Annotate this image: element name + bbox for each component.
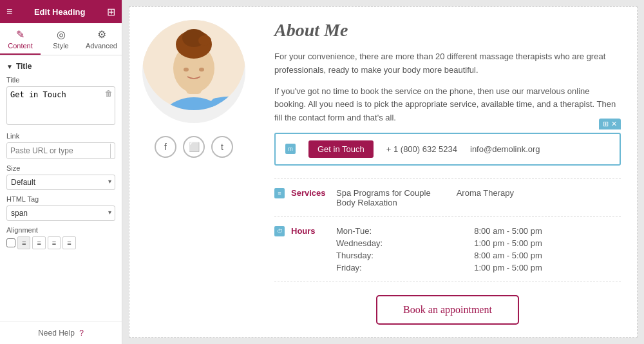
size-select-wrapper: Default Small Medium Large (6, 175, 115, 190)
email-address: info@demolink.org (470, 144, 540, 154)
contact-row: m Get in Touch + 1 (800) 632 5234 info@d… (276, 134, 620, 164)
html-tag-select-wrapper: span h1h2h3 h4h5h6 divp (6, 205, 115, 221)
services-header: ≡ Services Spa Programs for Couple Body … (274, 188, 621, 207)
about-title: About Me (274, 20, 621, 41)
tab-style-label: Style (53, 42, 68, 50)
day-1: Mon-Tue: (336, 226, 461, 236)
tabs-row: ✎ Content ◎ Style ⚙ Advanced (0, 23, 122, 55)
size-select[interactable]: Default Small Medium Large (6, 175, 115, 190)
services-label: Services (291, 188, 330, 198)
title-label: Title (6, 76, 115, 84)
grid-icon[interactable]: ⊞ (107, 6, 115, 18)
alignment-label: Alignment (6, 226, 115, 234)
tab-content-label: Content (8, 42, 33, 50)
services-content: Spa Programs for Couple Body Relaxation … (336, 188, 621, 207)
instagram-icon[interactable]: ⬜ (183, 136, 205, 158)
tab-content[interactable]: ✎ Content (0, 23, 41, 55)
hours-content: Mon-Tue: 8:00 am - 5:00 pm Wednesday: 1:… (336, 226, 621, 272)
service-item-2: Aroma Therapy (457, 188, 514, 198)
contact-box: m Get in Touch + 1 (800) 632 5234 info@d… (274, 133, 621, 166)
time-4: 1:00 pm - 5:00 pm (474, 263, 621, 272)
get-in-touch-btn[interactable]: Get in Touch (308, 140, 374, 158)
panel-title: Edit Heading (34, 7, 85, 17)
services-icon: ≡ (274, 188, 285, 198)
section-title: ▼ Title (6, 62, 115, 71)
need-help-label: Need Help (38, 329, 75, 338)
email-item: info@demolink.org (470, 144, 540, 154)
link-input[interactable] (7, 143, 110, 158)
services-grid: Spa Programs for Couple Body Relaxation … (336, 188, 621, 207)
advanced-tab-icon: ⚙ (97, 28, 106, 41)
title-field-wrapper: Get in Touch 🗑 (6, 86, 115, 127)
preview-outer: f ⬜ t About Me For your convenience, the… (129, 6, 638, 338)
services-section: ≡ Services Spa Programs for Couple Body … (274, 178, 621, 216)
time-2: 1:00 pm - 5:00 pm (474, 238, 621, 248)
tab-style[interactable]: ◎ Style (41, 23, 81, 55)
svg-point-7 (198, 35, 211, 46)
phone-number: + 1 (800) 632 5234 (386, 144, 457, 154)
section-title-label: Title (16, 62, 32, 71)
contact-box-toolbar: ⊞ ✕ (599, 119, 621, 129)
about-desc-1: For your convenience, there are more tha… (274, 50, 621, 77)
day-3: Thursday: (336, 251, 461, 260)
services-col-2: Aroma Therapy (457, 188, 514, 207)
link-label: Link (6, 132, 115, 140)
about-section: About Me For your convenience, there are… (258, 7, 637, 337)
panel-body: ▼ Title Title Get in Touch 🗑 Link ⚙ 🗑 Si… (0, 55, 122, 321)
html-tag-label: HTML Tag (6, 195, 115, 203)
svg-point-8 (184, 68, 189, 72)
svg-point-9 (199, 68, 204, 72)
twitter-icon[interactable]: t (211, 136, 233, 158)
hours-section: ⏱ Hours Mon-Tue: 8:00 am - 5:00 pm Wedne… (274, 216, 621, 282)
profile-section: f ⬜ t (129, 7, 258, 337)
top-bar: ≡ Edit Heading ⊞ (0, 0, 122, 23)
align-right-btn[interactable]: ≡ (48, 236, 61, 249)
section-arrow-icon: ▼ (6, 63, 13, 70)
left-panel: ≡ Edit Heading ⊞ ✎ Content ◎ Style ⚙ Adv… (0, 0, 122, 344)
facebook-icon[interactable]: f (155, 136, 176, 158)
help-icon[interactable]: ? (79, 329, 84, 338)
toolbar-move-icon[interactable]: ⊞ (603, 120, 609, 128)
align-center-btn[interactable]: ≡ (32, 236, 45, 249)
social-icons: f ⬜ t (155, 136, 233, 158)
hours-label: Hours (291, 226, 330, 236)
toolbar-close-icon[interactable]: ✕ (611, 120, 617, 128)
hours-header: ⏱ Hours Mon-Tue: 8:00 am - 5:00 pm Wedne… (274, 226, 621, 272)
contact-icon-item: m (285, 144, 296, 154)
hamburger-icon[interactable]: ≡ (6, 6, 12, 17)
profile-image-svg (142, 20, 245, 123)
content-tab-icon: ✎ (16, 28, 24, 41)
book-section: Book an appointment (274, 282, 621, 331)
tab-advanced[interactable]: ⚙ Advanced (81, 23, 122, 55)
day-2: Wednesday: (336, 238, 461, 248)
service-item-3: Body Relaxation (336, 198, 431, 207)
service-item-1: Spa Programs for Couple (336, 188, 431, 198)
size-label: Size (6, 164, 115, 172)
alignment-row: ≡ ≡ ≡ ≡ (6, 236, 115, 249)
book-appointment-btn[interactable]: Book an appointment (376, 295, 519, 325)
time-1: 8:00 am - 5:00 pm (474, 226, 621, 236)
html-tag-select[interactable]: span h1h2h3 h4h5h6 divp (6, 205, 115, 221)
need-help-section: Need Help ? (0, 321, 122, 344)
svg-point-10 (237, 99, 245, 106)
contact-box-container: ⊞ ✕ m Get in Touch + 1 (800) 632 5234 in… (274, 133, 621, 166)
profile-image-wrapper (142, 20, 245, 123)
alignment-checkbox[interactable] (6, 238, 15, 247)
align-left-btn[interactable]: ≡ (17, 236, 30, 249)
hours-grid: Mon-Tue: 8:00 am - 5:00 pm Wednesday: 1:… (336, 226, 621, 272)
link-settings-icon[interactable]: ⚙ (110, 144, 115, 158)
contact-small-icon: m (285, 144, 296, 154)
title-trash-icon[interactable]: 🗑 (105, 89, 113, 98)
title-textarea[interactable]: Get in Touch (6, 86, 115, 125)
align-justify-btn[interactable]: ≡ (62, 236, 75, 249)
about-desc-2: If you've got no time to book the servic… (274, 85, 621, 125)
hours-icon: ⏱ (274, 226, 285, 236)
tab-advanced-label: Advanced (86, 42, 117, 50)
link-field-row: ⚙ 🗑 (6, 142, 115, 159)
time-3: 8:00 am - 5:00 pm (474, 251, 621, 260)
right-panel: f ⬜ t About Me For your convenience, the… (122, 0, 644, 344)
day-4: Friday: (336, 263, 461, 272)
services-col-1: Spa Programs for Couple Body Relaxation (336, 188, 431, 207)
style-tab-icon: ◎ (57, 28, 66, 41)
phone-item: + 1 (800) 632 5234 (386, 144, 457, 154)
